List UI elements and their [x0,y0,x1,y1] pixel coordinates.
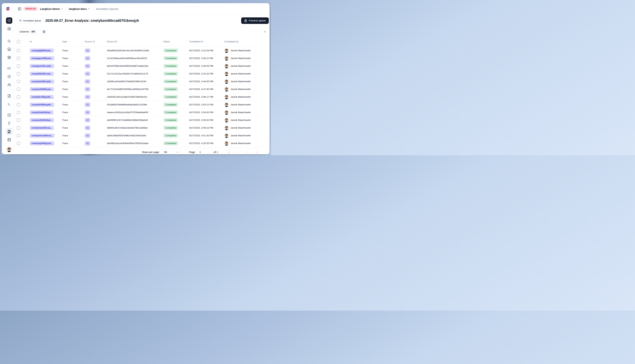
row-id-badge[interactable]: cmetykdr400ciad0... [30,80,54,84]
sidebar-item-annotation-queues[interactable] [6,128,13,135]
columns-button[interactable]: Columns 8/8 [17,28,39,35]
langfuse-logo-icon[interactable] [6,6,10,11]
breadcrumb-project[interactable]: langfuse-docs [69,8,90,10]
sidebar-item-home[interactable] [6,46,12,52]
sidebar-item-search[interactable] [6,38,12,44]
row-source-badge[interactable] [85,126,90,130]
row-id-badge[interactable]: cmetyl5r100grad0... [30,95,54,99]
row-checkbox[interactable] [17,126,20,130]
row-source-badge[interactable] [85,64,90,68]
user-avatar[interactable] [7,147,12,152]
row-id-badge[interactable]: cmetyg5j800bwad... [30,48,54,53]
annotation-queue-type-badge[interactable]: Annotation queue [17,18,43,23]
row-source-id: 22c41f09acae5b1ef859bcec45ce0022 [106,57,162,60]
row-checkbox[interactable] [17,118,20,122]
sidebar-item-dashboards[interactable] [6,54,12,60]
row-id-badge[interactable]: cmetylt3m00d2ad... [30,110,54,114]
row-height-button[interactable] [41,28,48,35]
row-checkbox[interactable] [17,80,20,83]
row-source-badge[interactable] [85,118,90,122]
row-source-badge[interactable] [85,95,90,99]
row-checkbox[interactable] [17,111,20,114]
table-row[interactable]: cmetymyfb00gvad... Trace 8dc69b1ba1e540b… [16,140,262,147]
table-row[interactable]: cmetygeov00buad... Trace 22c41f09acae5b1… [16,54,262,62]
row-source-badge[interactable] [85,79,90,84]
sidebar-item-datasets[interactable] [6,137,12,143]
header-id[interactable]: Id [30,40,32,43]
sidebar-item-sessions[interactable] [6,74,12,80]
avatar [224,79,229,84]
table-row[interactable]: cmetymmuw00cea... Trace aaf0c38db0f3f204… [16,132,262,140]
table-row[interactable]: cmetyl5r100grad0... Trace 2e603f31361115… [16,93,262,101]
table-row[interactable]: cmetym2fz00d4ad... Trace a0df3f901167218… [16,116,262,124]
row-source-badge[interactable] [85,102,90,107]
info-icon[interactable] [93,40,95,43]
first-page-button[interactable]: « [226,149,232,154]
header-status[interactable]: Status [163,40,170,43]
sidebar-item-tracing[interactable] [6,65,12,72]
header-completed-at[interactable]: Completed At [189,40,203,43]
header-type[interactable]: Type [62,40,67,43]
trace-tree-icon [8,66,11,70]
row-id-badge[interactable]: cmetymeds00cwa... [30,126,54,130]
sidebar-item-tables[interactable] [6,26,12,32]
file-code-icon [8,94,11,98]
table-row[interactable]: cmetylt3m00d2ad... Trace 4aaece1603cb2e1… [16,108,262,116]
collapse-panel-button[interactable] [263,29,267,34]
row-id-badge[interactable]: cmetyko0k00bsad... [30,87,54,91]
row-id-badge[interactable]: cmetyju1r00ccad0... [30,64,54,68]
row-source-badge[interactable] [85,72,90,76]
avatar [224,72,229,76]
table-row[interactable]: cmetyg5j800bwad... Trace d5ad9d52a00c6e1… [16,47,262,54]
table-row[interactable]: cmetymeds00cwa... Trace 36b90cdfc47e5da1… [16,124,262,132]
header-source[interactable]: Source [85,40,95,43]
sidebar-item-playground[interactable] [6,101,12,107]
last-page-button[interactable]: » [254,149,260,154]
row-source-badge[interactable] [85,141,90,146]
avatar [224,141,229,146]
page-number-input[interactable]: 1 [197,148,212,154]
rows-per-page-select[interactable]: 50 [161,148,181,154]
row-checkbox[interactable] [17,72,20,75]
header-source-id[interactable]: Source ID [107,40,117,43]
sidebar-item-prompts[interactable] [6,93,12,99]
row-id-badge[interactable]: cmetyk55x00c1ad... [30,72,54,76]
row-id-badge[interactable]: cmetymmuw00cea... [30,134,55,138]
trace-tree-icon [86,103,89,106]
breadcrumb-org[interactable]: Langfuse Demo [40,8,63,10]
next-page-button[interactable]: › [244,149,251,154]
sidebar-item-external-link[interactable] [6,18,12,24]
row-id-badge[interactable]: cmetylht300bqad0... [30,102,54,107]
table-row[interactable]: cmetylht300bqad0... Trace 0f1dd65b7bb9bf… [16,101,262,108]
row-source-badge[interactable] [85,110,90,115]
row-checkbox[interactable] [17,88,20,91]
row-source-badge[interactable] [85,133,90,138]
row-checkbox[interactable] [17,49,20,52]
row-id-badge[interactable]: cmetym2fz00d4ad... [30,118,54,122]
row-id-badge[interactable]: cmetymyfb00gvad... [30,141,54,146]
process-queue-button[interactable]: Process queue [241,18,269,24]
row-checkbox[interactable] [17,142,20,145]
table-row[interactable]: cmetyk55x00c1ad... Trace 52c72c2222ea78e… [16,70,262,78]
sidebar-item-evaluation[interactable] [6,112,12,118]
row-source-badge[interactable] [85,87,90,92]
table-row[interactable]: cmetyko0k00bsad... Trace be7723e30d80205… [16,86,262,93]
panel-left-icon[interactable] [18,7,22,11]
header-completed-by[interactable]: Completed by [224,40,238,43]
row-checkbox[interactable] [17,134,20,137]
row-checkbox[interactable] [17,57,20,60]
table-row[interactable]: cmetyju1r00ccad0... Trace b63297665cfd44… [16,62,262,70]
select-all-checkbox[interactable] [17,40,20,43]
row-source-badge[interactable] [85,56,90,60]
chevron-down-icon [176,151,179,154]
environment-badge[interactable]: PROD-EU [24,7,38,11]
table-row[interactable]: cmetykdr400ciad0... Trace c9d56ca32efaff… [16,78,262,86]
sidebar-item-users[interactable] [6,82,12,88]
row-id-badge[interactable]: cmetygeov00buad... [30,56,54,60]
row-checkbox[interactable] [17,96,20,98]
sidebar-item-insights[interactable] [6,120,12,126]
row-checkbox[interactable] [17,64,20,68]
row-source-badge[interactable] [85,48,90,53]
row-checkbox[interactable] [17,103,20,106]
previous-page-button[interactable]: ‹ [235,149,242,154]
